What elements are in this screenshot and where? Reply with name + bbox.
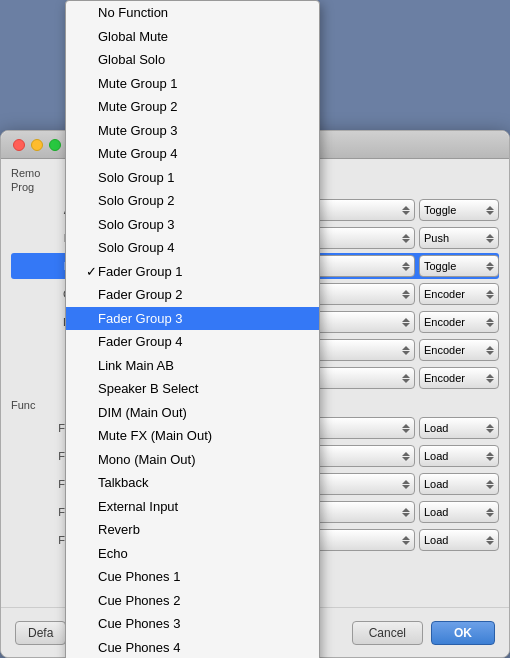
cancel-button[interactable]: Cancel	[352, 621, 423, 645]
dropdown-item-label-cue-phones-3: Cue Phones 3	[98, 616, 180, 631]
dropdown-item-label-solo-group-1: Solo Group 1	[98, 170, 175, 185]
row-c-label: C	[11, 288, 71, 300]
default-button[interactable]: Defa	[15, 621, 66, 645]
checkmark-fader-group-1: ✓	[84, 262, 98, 282]
dropdown-item-solo-group-3[interactable]: Solo Group 3	[66, 213, 319, 237]
dropdown-item-label-echo: Echo	[98, 546, 128, 561]
dropdown-item-mute-group-3[interactable]: Mute Group 3	[66, 119, 319, 143]
dropdown-item-mono-main-out[interactable]: Mono (Main Out)	[66, 448, 319, 472]
row-b-mode-select[interactable]: Push	[419, 227, 499, 249]
row-a-label: A	[11, 204, 71, 216]
row-f4-mode-select[interactable]: Load	[419, 417, 499, 439]
dropdown-item-cue-phones-4[interactable]: Cue Phones 4	[66, 636, 319, 659]
dropdown-item-label-dim-main-out: DIM (Main Out)	[98, 405, 187, 420]
dropdown-item-label-cue-phones-4: Cue Phones 4	[98, 640, 180, 655]
dropdown-item-label-fader-group-2: Fader Group 2	[98, 287, 183, 302]
dropdown-item-label-mute-fx-main-out: Mute FX (Main Out)	[98, 428, 212, 443]
row-f7-mode-select[interactable]: Load	[419, 501, 499, 523]
ok-button[interactable]: OK	[431, 621, 495, 645]
dropdown-item-label-global-mute: Global Mute	[98, 29, 168, 44]
row-f6-mode-select[interactable]: Load	[419, 473, 499, 495]
dropdown-item-fader-group-3[interactable]: Fader Group 3	[66, 307, 319, 331]
row-f5-label: F5	[11, 450, 71, 462]
dropdown-item-label-talkback: Talkback	[98, 475, 149, 490]
row-a-mode-select[interactable]: Toggle	[419, 199, 499, 221]
dropdown-item-solo-group-1[interactable]: Solo Group 1	[66, 166, 319, 190]
dropdown-item-dim-main-out[interactable]: DIM (Main Out)	[66, 401, 319, 425]
close-button[interactable]	[13, 139, 25, 151]
dropdown-item-mute-group-1[interactable]: Mute Group 1	[66, 72, 319, 96]
dropdown-menu: No FunctionGlobal MuteGlobal SoloMute Gr…	[65, 0, 320, 658]
row-5-mode-select[interactable]: Encoder	[419, 339, 499, 361]
row-e-mode-select[interactable]: Toggle	[419, 255, 499, 277]
row-f6-label: F6	[11, 478, 71, 490]
dropdown-item-label-fader-group-4: Fader Group 4	[98, 334, 183, 349]
row-b-label: B	[11, 232, 71, 244]
row-f7-label: F7	[11, 506, 71, 518]
dropdown-item-label-no-function: No Function	[98, 5, 168, 20]
remote-label: Remo	[11, 167, 40, 179]
dropdown-item-label-link-main-ab: Link Main AB	[98, 358, 174, 373]
row-6-mode-select[interactable]: Encoder	[419, 367, 499, 389]
dropdown-item-label-mute-group-1: Mute Group 1	[98, 76, 178, 91]
row-c-mode-select[interactable]: Encoder	[419, 283, 499, 305]
dropdown-item-global-solo[interactable]: Global Solo	[66, 48, 319, 72]
dropdown-item-mute-fx-main-out[interactable]: Mute FX (Main Out)	[66, 424, 319, 448]
dropdown-item-external-input[interactable]: External Input	[66, 495, 319, 519]
dropdown-item-fader-group-1[interactable]: ✓Fader Group 1	[66, 260, 319, 284]
dropdown-item-talkback[interactable]: Talkback	[66, 471, 319, 495]
row-d-mode-select[interactable]: Encoder	[419, 311, 499, 333]
dropdown-item-solo-group-2[interactable]: Solo Group 2	[66, 189, 319, 213]
dropdown-item-label-fader-group-1: Fader Group 1	[98, 264, 183, 279]
dropdown-item-speaker-b-select[interactable]: Speaker B Select	[66, 377, 319, 401]
dropdown-item-label-mute-group-3: Mute Group 3	[98, 123, 178, 138]
row-d-label: D	[11, 316, 71, 328]
dropdown-item-no-function[interactable]: No Function	[66, 1, 319, 25]
row-e-label: E	[11, 260, 71, 272]
row-f5-mode-select[interactable]: Load	[419, 445, 499, 467]
dropdown-item-label-mute-group-2: Mute Group 2	[98, 99, 178, 114]
dropdown-item-label-solo-group-3: Solo Group 3	[98, 217, 175, 232]
dropdown-item-global-mute[interactable]: Global Mute	[66, 25, 319, 49]
dropdown-item-label-mute-group-4: Mute Group 4	[98, 146, 178, 161]
dropdown-item-label-external-input: External Input	[98, 499, 178, 514]
dropdown-item-label-cue-phones-2: Cue Phones 2	[98, 593, 180, 608]
button-group: Cancel OK	[352, 621, 495, 645]
dropdown-item-reverb[interactable]: Reverb	[66, 518, 319, 542]
dropdown-item-link-main-ab[interactable]: Link Main AB	[66, 354, 319, 378]
dropdown-item-cue-phones-1[interactable]: Cue Phones 1	[66, 565, 319, 589]
dropdown-item-mute-group-2[interactable]: Mute Group 2	[66, 95, 319, 119]
dropdown-item-fader-group-2[interactable]: Fader Group 2	[66, 283, 319, 307]
dropdown-item-label-fader-group-3: Fader Group 3	[98, 311, 183, 326]
dropdown-item-label-global-solo: Global Solo	[98, 52, 165, 67]
dropdown-item-label-mono-main-out: Mono (Main Out)	[98, 452, 196, 467]
dropdown-item-label-solo-group-2: Solo Group 2	[98, 193, 175, 208]
dropdown-item-solo-group-4[interactable]: Solo Group 4	[66, 236, 319, 260]
row-f8-mode-select[interactable]: Load	[419, 529, 499, 551]
dropdown-item-label-solo-group-4: Solo Group 4	[98, 240, 175, 255]
dropdown-item-cue-phones-3[interactable]: Cue Phones 3	[66, 612, 319, 636]
row-f4-label: F4	[11, 422, 71, 434]
dropdown-item-mute-group-4[interactable]: Mute Group 4	[66, 142, 319, 166]
prog-label: Prog	[11, 181, 34, 193]
dropdown-item-label-reverb: Reverb	[98, 522, 140, 537]
row-f8-label: F8	[11, 534, 71, 546]
dropdown-item-label-cue-phones-1: Cue Phones 1	[98, 569, 180, 584]
dropdown-item-fader-group-4[interactable]: Fader Group 4	[66, 330, 319, 354]
dropdown-item-label-speaker-b-select: Speaker B Select	[98, 381, 198, 396]
func-label: Func	[11, 399, 35, 411]
dropdown-item-echo[interactable]: Echo	[66, 542, 319, 566]
dropdown-item-cue-phones-2[interactable]: Cue Phones 2	[66, 589, 319, 613]
